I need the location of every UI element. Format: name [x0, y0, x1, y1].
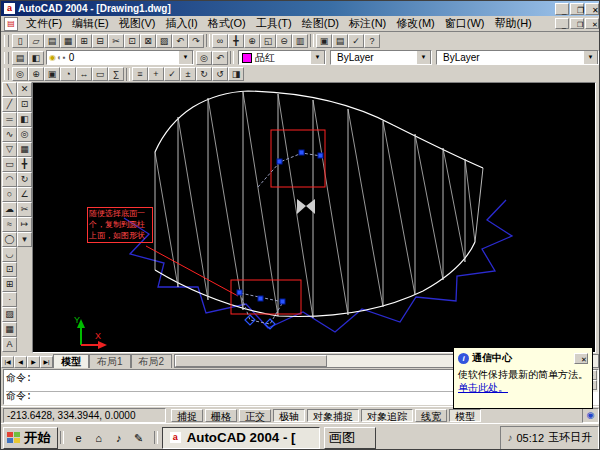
flyout-arrow-icon[interactable]: ▾	[17, 232, 32, 247]
media-player-icon[interactable]: ♪	[110, 429, 128, 447]
drawing-canvas[interactable]: Y X 随便选择底面一 个，复制到圆柱 上面，如图形状	[32, 82, 596, 353]
minimize-button[interactable]: _	[555, 3, 569, 15]
spline-icon[interactable]: ≈	[2, 217, 17, 232]
properties-icon[interactable]: ▥	[292, 34, 308, 48]
ucs-world-icon[interactable]: ⊕	[28, 67, 44, 81]
child-minimize-button[interactable]: _	[555, 18, 569, 29]
move-icon[interactable]: ╋	[17, 157, 32, 172]
area-icon[interactable]: ▭	[92, 67, 108, 81]
mtext-icon[interactable]: A	[2, 337, 17, 352]
layer-previous-icon[interactable]: ↶	[212, 51, 228, 65]
layers-icon[interactable]: ◧	[28, 51, 44, 65]
color-dropdown[interactable]: 品红 ▼	[238, 50, 326, 65]
construction-line-icon[interactable]: ╱	[2, 97, 17, 112]
mirror-icon[interactable]: ◧	[17, 112, 32, 127]
open-icon[interactable]: ▱	[28, 34, 44, 48]
hatch-icon[interactable]: ▨	[2, 307, 17, 322]
osnap-toggle[interactable]: 对象捕捉	[307, 409, 359, 422]
redraw-icon[interactable]: ↺	[212, 67, 228, 81]
plot-preview-icon[interactable]: ⊞	[76, 34, 92, 48]
dropdown-arrow-icon[interactable]: ▼	[416, 50, 431, 65]
match-properties-icon[interactable]: ▨	[156, 34, 172, 48]
layer-properties-icon[interactable]: ▤	[12, 51, 28, 65]
child-restore-button[interactable]: ❐	[570, 18, 584, 29]
publish-icon[interactable]: ⊟	[92, 34, 108, 48]
lineweight-dropdown[interactable]: ByLayer ▼	[436, 50, 599, 65]
trim-icon[interactable]: ✂	[17, 202, 32, 217]
menu-item[interactable]: 文件(F)	[21, 15, 67, 32]
tab-layout1[interactable]: 布局1	[89, 354, 131, 368]
toolbar-grip[interactable]	[4, 52, 9, 64]
scrollbar-thumb[interactable]	[175, 355, 327, 367]
grip-point[interactable]	[277, 159, 282, 164]
desktop-icon[interactable]: ⌂	[90, 429, 108, 447]
ie-icon[interactable]: e	[70, 429, 88, 447]
drawing-file-icon[interactable]: ▤	[4, 17, 18, 31]
tab-scroll-arrow[interactable]: ▶|	[40, 356, 53, 368]
save-icon[interactable]: ▤	[44, 34, 60, 48]
toolbar-grip[interactable]	[4, 68, 9, 80]
linetype-dropdown[interactable]: ByLayer ▼	[330, 50, 432, 65]
line-icon[interactable]: ╲	[2, 82, 17, 97]
ortho-toggle[interactable]: 正交	[239, 409, 271, 422]
markup-icon[interactable]: ✓	[348, 34, 364, 48]
dropdown-arrow-icon[interactable]: ▼	[310, 50, 325, 65]
menu-item[interactable]: 插入(I)	[160, 15, 202, 32]
ellipse-arc-icon[interactable]: ◡	[2, 247, 17, 262]
paste-icon[interactable]: ⊠	[140, 34, 156, 48]
grip-point[interactable]	[299, 150, 304, 155]
circle-icon[interactable]: ○	[2, 187, 17, 202]
grip-point[interactable]	[318, 153, 323, 158]
polygon-icon[interactable]: ▽	[2, 142, 17, 157]
grip-point[interactable]	[237, 290, 242, 295]
command-prompt[interactable]: 命令:	[6, 389, 32, 403]
dropdown-arrow-icon[interactable]: ▼	[178, 50, 193, 65]
tab-scroll-arrow[interactable]: ◀	[14, 356, 27, 368]
model-toggle[interactable]: 模型	[449, 409, 481, 422]
extend-icon[interactable]: ↦	[17, 217, 32, 232]
close-button[interactable]: ✕	[585, 3, 599, 15]
copy-icon[interactable]: ⊡	[124, 34, 140, 48]
help-icon[interactable]: ?	[364, 34, 380, 48]
polar-toggle[interactable]: 极轴	[273, 409, 305, 422]
grip-point[interactable]	[258, 296, 263, 301]
grid-toggle[interactable]: 栅格	[205, 409, 237, 422]
scale-icon[interactable]: ∠	[17, 187, 32, 202]
snap-toggle[interactable]: 捕捉	[171, 409, 203, 422]
tab-scroll-arrow[interactable]: |◀	[1, 356, 14, 368]
task-button-paint[interactable]: 画图	[324, 427, 376, 449]
designcenter-icon[interactable]: ▣	[316, 34, 332, 48]
tab-model[interactable]: 模型	[53, 354, 89, 368]
named-views-icon[interactable]: ▣	[44, 67, 60, 81]
plot-icon[interactable]: ▦	[60, 34, 76, 48]
task-button-autocad[interactable]: a AutoCAD 2004 - [	[162, 427, 320, 449]
title-bar[interactable]: a AutoCAD 2004 - [Drawing1.dwg] _ ❐ ✕	[1, 1, 600, 16]
insert-block-icon[interactable]: ⊡	[2, 262, 17, 277]
region-icon[interactable]: ▦	[2, 322, 17, 337]
undo-icon[interactable]: ↶	[172, 34, 188, 48]
toolbar-grip[interactable]	[4, 35, 9, 47]
zoom-window-icon[interactable]: ◱	[260, 34, 276, 48]
menu-item[interactable]: 绘图(D)	[297, 15, 344, 32]
list-icon[interactable]: ≡	[132, 67, 148, 81]
child-close-button[interactable]: ✕	[585, 18, 599, 29]
polyline-icon[interactable]: ∿	[2, 127, 17, 142]
offset-icon[interactable]: ◎	[17, 127, 32, 142]
paint-icon[interactable]: ✎	[130, 429, 148, 447]
pan-realtime-icon[interactable]: ╋	[228, 34, 244, 48]
menu-item[interactable]: 格式(O)	[203, 15, 251, 32]
quick-select-icon[interactable]: ✓	[164, 67, 180, 81]
quick-calc-icon[interactable]: ±	[180, 67, 196, 81]
new-icon[interactable]: ▯	[12, 34, 28, 48]
tray-clock[interactable]: 05:12	[516, 432, 544, 444]
multiline-icon[interactable]: ═	[2, 112, 17, 127]
regen-icon[interactable]: ↻	[196, 67, 212, 81]
menu-item[interactable]: 编辑(E)	[67, 15, 114, 32]
revcloud-icon[interactable]: ☁	[2, 202, 17, 217]
dropdown-arrow-icon[interactable]: ▼	[583, 50, 598, 65]
insert-hyperlink-icon[interactable]: ∞	[212, 34, 228, 48]
3d-orbit-icon[interactable]: ◔	[60, 67, 76, 81]
tab-scroll-arrow[interactable]: ▶	[27, 356, 40, 368]
zoom-realtime-icon[interactable]: ⊕	[244, 34, 260, 48]
mass-properties-icon[interactable]: ∑	[108, 67, 124, 81]
